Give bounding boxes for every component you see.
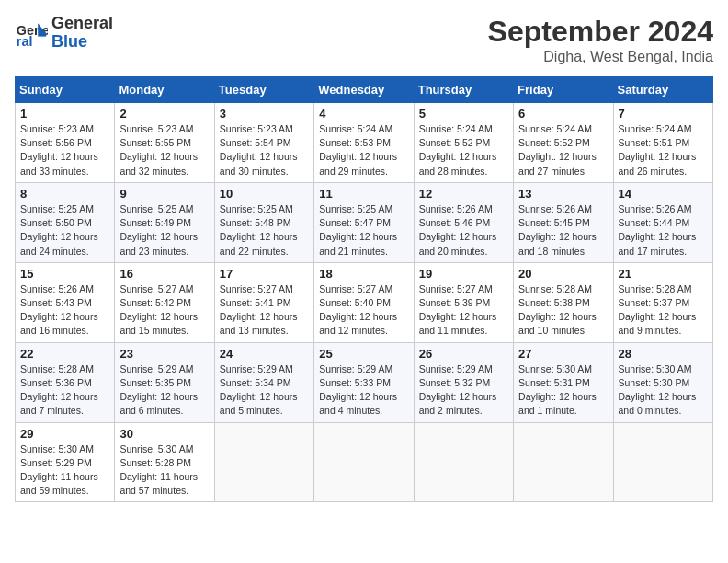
day-info: Sunrise: 5:26 AM Sunset: 5:45 PM Dayligh… [518, 202, 608, 259]
day-number: 4 [319, 107, 408, 121]
day-info: Sunrise: 5:24 AM Sunset: 5:53 PM Dayligh… [319, 122, 408, 178]
calendar-cell: 30Sunrise: 5:30 AM Sunset: 5:28 PM Dayli… [115, 422, 214, 502]
svg-rect-3 [38, 33, 46, 37]
day-info: Sunrise: 5:24 AM Sunset: 5:52 PM Dayligh… [518, 122, 608, 178]
day-number: 9 [119, 187, 209, 201]
day-info: Sunrise: 5:30 AM Sunset: 5:28 PM Dayligh… [119, 442, 209, 499]
day-number: 21 [619, 267, 708, 281]
calendar-cell: 4Sunrise: 5:24 AM Sunset: 5:53 PM Daylig… [314, 103, 414, 183]
day-info: Sunrise: 5:30 AM Sunset: 5:29 PM Dayligh… [20, 442, 109, 499]
day-number: 28 [619, 347, 708, 361]
weekday-sunday: Sunday [16, 77, 115, 103]
day-info: Sunrise: 5:27 AM Sunset: 5:41 PM Dayligh… [220, 282, 309, 339]
logo-icon: Gene ral [15, 17, 48, 50]
calendar-cell: 12Sunrise: 5:26 AM Sunset: 5:46 PM Dayli… [414, 182, 513, 262]
calendar-cell: 2Sunrise: 5:23 AM Sunset: 5:55 PM Daylig… [115, 103, 214, 183]
day-number: 25 [319, 347, 408, 361]
day-number: 12 [419, 187, 508, 201]
calendar-cell [514, 422, 613, 502]
day-number: 11 [319, 187, 408, 201]
calendar-cell: 27Sunrise: 5:30 AM Sunset: 5:31 PM Dayli… [514, 342, 613, 422]
week-row-4: 22Sunrise: 5:28 AM Sunset: 5:36 PM Dayli… [16, 342, 713, 422]
day-number: 15 [20, 267, 109, 281]
calendar-cell: 16Sunrise: 5:27 AM Sunset: 5:42 PM Dayli… [115, 262, 214, 342]
day-number: 6 [518, 107, 608, 121]
calendar-cell: 3Sunrise: 5:23 AM Sunset: 5:54 PM Daylig… [214, 103, 313, 183]
weekday-header-row: SundayMondayTuesdayWednesdayThursdayFrid… [16, 77, 713, 103]
day-info: Sunrise: 5:26 AM Sunset: 5:44 PM Dayligh… [619, 202, 708, 259]
calendar-cell: 29Sunrise: 5:30 AM Sunset: 5:29 PM Dayli… [16, 422, 115, 502]
calendar-cell: 7Sunrise: 5:24 AM Sunset: 5:51 PM Daylig… [613, 103, 712, 183]
day-info: Sunrise: 5:23 AM Sunset: 5:54 PM Dayligh… [220, 122, 309, 178]
calendar-cell: 8Sunrise: 5:25 AM Sunset: 5:50 PM Daylig… [16, 182, 115, 262]
calendar-cell: 22Sunrise: 5:28 AM Sunset: 5:36 PM Dayli… [16, 342, 115, 422]
day-info: Sunrise: 5:25 AM Sunset: 5:48 PM Dayligh… [220, 202, 309, 259]
calendar-cell: 17Sunrise: 5:27 AM Sunset: 5:41 PM Dayli… [214, 262, 313, 342]
day-info: Sunrise: 5:27 AM Sunset: 5:39 PM Dayligh… [419, 282, 508, 339]
calendar-cell [414, 422, 513, 502]
day-number: 1 [20, 107, 109, 121]
page-header: Gene ral General Blue September 2024 Dig… [15, 15, 713, 65]
calendar-cell: 11Sunrise: 5:25 AM Sunset: 5:47 PM Dayli… [314, 182, 414, 262]
location-title: Digha, West Bengal, India [488, 49, 713, 65]
day-info: Sunrise: 5:27 AM Sunset: 5:42 PM Dayligh… [119, 282, 209, 339]
calendar-table: SundayMondayTuesdayWednesdayThursdayFrid… [15, 76, 713, 502]
calendar-cell [214, 422, 313, 502]
day-number: 5 [419, 107, 508, 121]
calendar-cell: 13Sunrise: 5:26 AM Sunset: 5:45 PM Dayli… [514, 182, 613, 262]
week-row-3: 15Sunrise: 5:26 AM Sunset: 5:43 PM Dayli… [16, 262, 713, 342]
weekday-saturday: Saturday [613, 77, 712, 103]
day-info: Sunrise: 5:29 AM Sunset: 5:32 PM Dayligh… [419, 362, 508, 419]
calendar-cell: 28Sunrise: 5:30 AM Sunset: 5:30 PM Dayli… [613, 342, 712, 422]
day-info: Sunrise: 5:25 AM Sunset: 5:49 PM Dayligh… [119, 202, 209, 259]
day-number: 7 [619, 107, 708, 121]
weekday-friday: Friday [514, 77, 613, 103]
day-info: Sunrise: 5:29 AM Sunset: 5:34 PM Dayligh… [220, 362, 309, 419]
day-info: Sunrise: 5:25 AM Sunset: 5:47 PM Dayligh… [319, 202, 408, 259]
day-number: 17 [220, 267, 309, 281]
calendar-cell [314, 422, 414, 502]
calendar-cell: 6Sunrise: 5:24 AM Sunset: 5:52 PM Daylig… [514, 103, 613, 183]
calendar-cell: 5Sunrise: 5:24 AM Sunset: 5:52 PM Daylig… [414, 103, 513, 183]
calendar-cell: 26Sunrise: 5:29 AM Sunset: 5:32 PM Dayli… [414, 342, 513, 422]
logo-text: General Blue [51, 15, 113, 52]
day-info: Sunrise: 5:28 AM Sunset: 5:36 PM Dayligh… [20, 362, 109, 419]
day-number: 3 [220, 107, 309, 121]
calendar-cell: 21Sunrise: 5:28 AM Sunset: 5:37 PM Dayli… [613, 262, 712, 342]
day-info: Sunrise: 5:23 AM Sunset: 5:55 PM Dayligh… [119, 122, 209, 178]
day-number: 23 [119, 347, 209, 361]
month-title: September 2024 [488, 15, 713, 49]
day-number: 13 [518, 187, 608, 201]
day-info: Sunrise: 5:27 AM Sunset: 5:40 PM Dayligh… [319, 282, 408, 339]
day-number: 24 [220, 347, 309, 361]
day-number: 16 [119, 267, 209, 281]
day-info: Sunrise: 5:28 AM Sunset: 5:37 PM Dayligh… [619, 282, 708, 339]
calendar-cell: 10Sunrise: 5:25 AM Sunset: 5:48 PM Dayli… [214, 182, 313, 262]
svg-text:ral: ral [17, 34, 33, 49]
day-number: 20 [518, 267, 608, 281]
day-number: 2 [119, 107, 209, 121]
title-block: September 2024 Digha, West Bengal, India [488, 15, 713, 65]
calendar-cell: 24Sunrise: 5:29 AM Sunset: 5:34 PM Dayli… [214, 342, 313, 422]
day-info: Sunrise: 5:25 AM Sunset: 5:50 PM Dayligh… [20, 202, 109, 259]
logo: Gene ral General Blue [15, 15, 113, 52]
weekday-monday: Monday [115, 77, 214, 103]
weekday-thursday: Thursday [414, 77, 513, 103]
day-number: 26 [419, 347, 508, 361]
day-number: 29 [20, 427, 109, 441]
day-info: Sunrise: 5:23 AM Sunset: 5:56 PM Dayligh… [20, 122, 109, 178]
day-number: 10 [220, 187, 309, 201]
calendar-cell: 14Sunrise: 5:26 AM Sunset: 5:44 PM Dayli… [613, 182, 712, 262]
calendar-cell: 9Sunrise: 5:25 AM Sunset: 5:49 PM Daylig… [115, 182, 214, 262]
day-info: Sunrise: 5:24 AM Sunset: 5:52 PM Dayligh… [419, 122, 508, 178]
day-info: Sunrise: 5:29 AM Sunset: 5:35 PM Dayligh… [119, 362, 209, 419]
day-info: Sunrise: 5:30 AM Sunset: 5:31 PM Dayligh… [518, 362, 608, 419]
day-number: 27 [518, 347, 608, 361]
day-number: 8 [20, 187, 109, 201]
weekday-tuesday: Tuesday [214, 77, 313, 103]
day-info: Sunrise: 5:30 AM Sunset: 5:30 PM Dayligh… [619, 362, 708, 419]
day-info: Sunrise: 5:26 AM Sunset: 5:43 PM Dayligh… [20, 282, 109, 339]
day-number: 14 [619, 187, 708, 201]
day-info: Sunrise: 5:26 AM Sunset: 5:46 PM Dayligh… [419, 202, 508, 259]
day-number: 22 [20, 347, 109, 361]
